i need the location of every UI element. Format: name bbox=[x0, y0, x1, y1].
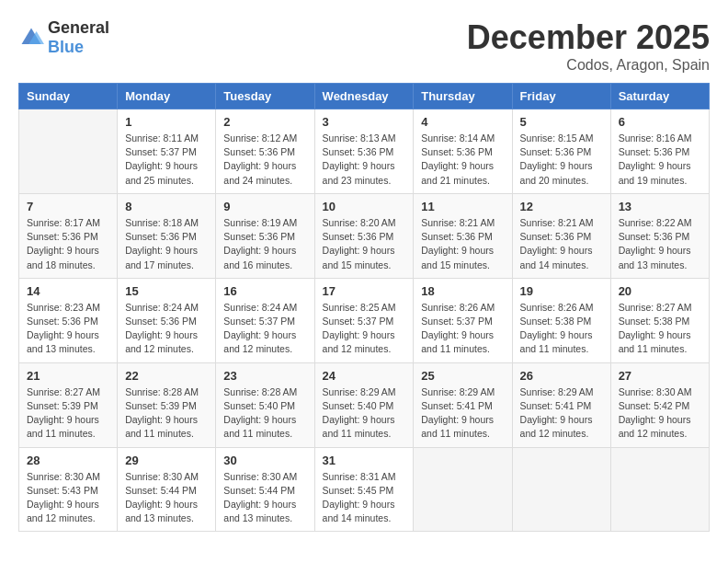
day-info: Sunrise: 8:16 AMSunset: 5:36 PMDaylight:… bbox=[619, 132, 701, 188]
day-number: 4 bbox=[421, 115, 504, 129]
day-info: Sunrise: 8:12 AMSunset: 5:36 PMDaylight:… bbox=[223, 132, 306, 188]
day-info: Sunrise: 8:13 AMSunset: 5:36 PMDaylight:… bbox=[323, 132, 406, 188]
day-info: Sunrise: 8:23 AMSunset: 5:36 PMDaylight:… bbox=[27, 301, 109, 357]
day-info: Sunrise: 8:30 AMSunset: 5:42 PMDaylight:… bbox=[619, 385, 701, 442]
day-info: Sunrise: 8:25 AMSunset: 5:37 PMDaylight:… bbox=[323, 301, 406, 357]
calendar-cell: 16Sunrise: 8:24 AMSunset: 5:37 PMDayligh… bbox=[216, 278, 314, 362]
day-number: 22 bbox=[125, 369, 208, 383]
day-info: Sunrise: 8:21 AMSunset: 5:36 PMDaylight:… bbox=[421, 216, 504, 272]
calendar-cell: 22Sunrise: 8:28 AMSunset: 5:39 PMDayligh… bbox=[118, 362, 216, 447]
day-info: Sunrise: 8:14 AMSunset: 5:36 PMDaylight:… bbox=[421, 132, 504, 188]
day-info: Sunrise: 8:30 AMSunset: 5:44 PMDaylight:… bbox=[223, 470, 306, 526]
calendar-cell: 1Sunrise: 8:11 AMSunset: 5:37 PMDaylight… bbox=[118, 109, 216, 194]
calendar-cell: 28Sunrise: 8:30 AMSunset: 5:43 PMDayligh… bbox=[19, 447, 118, 532]
day-info: Sunrise: 8:29 AMSunset: 5:41 PMDaylight:… bbox=[520, 385, 603, 442]
week-row-4: 21Sunrise: 8:27 AMSunset: 5:39 PMDayligh… bbox=[19, 362, 710, 447]
day-number: 23 bbox=[223, 369, 306, 383]
weekday-header-row: SundayMondayTuesdayWednesdayThursdayFrid… bbox=[19, 84, 710, 109]
day-number: 3 bbox=[323, 115, 406, 129]
day-number: 8 bbox=[125, 200, 208, 213]
day-number: 7 bbox=[27, 200, 109, 213]
calendar-cell: 13Sunrise: 8:22 AMSunset: 5:36 PMDayligh… bbox=[610, 193, 709, 278]
calendar-cell: 17Sunrise: 8:25 AMSunset: 5:37 PMDayligh… bbox=[314, 278, 414, 362]
day-info: Sunrise: 8:17 AMSunset: 5:36 PMDaylight:… bbox=[27, 216, 109, 272]
logo-general-text: General bbox=[48, 18, 109, 37]
weekday-header-sunday: Sunday bbox=[19, 84, 118, 109]
day-number: 28 bbox=[27, 454, 109, 467]
day-number: 14 bbox=[27, 284, 109, 298]
title-area: December 2025 Codos, Aragon, Spain bbox=[467, 18, 710, 74]
day-number: 21 bbox=[27, 369, 109, 383]
calendar-cell: 7Sunrise: 8:17 AMSunset: 5:36 PMDaylight… bbox=[19, 193, 118, 278]
day-info: Sunrise: 8:18 AMSunset: 5:36 PMDaylight:… bbox=[125, 216, 208, 272]
calendar-cell: 15Sunrise: 8:24 AMSunset: 5:36 PMDayligh… bbox=[118, 278, 216, 362]
logo: General Blue bbox=[18, 18, 109, 57]
calendar-cell: 23Sunrise: 8:28 AMSunset: 5:40 PMDayligh… bbox=[216, 362, 314, 447]
day-info: Sunrise: 8:29 AMSunset: 5:40 PMDaylight:… bbox=[323, 385, 406, 442]
day-number: 1 bbox=[125, 115, 208, 129]
day-number: 13 bbox=[619, 200, 701, 213]
day-info: Sunrise: 8:15 AMSunset: 5:36 PMDaylight:… bbox=[520, 132, 603, 188]
day-info: Sunrise: 8:30 AMSunset: 5:44 PMDaylight:… bbox=[125, 470, 208, 526]
calendar-cell: 4Sunrise: 8:14 AMSunset: 5:36 PMDaylight… bbox=[414, 109, 512, 194]
day-number: 12 bbox=[520, 200, 603, 213]
calendar-cell: 30Sunrise: 8:30 AMSunset: 5:44 PMDayligh… bbox=[216, 447, 314, 532]
day-info: Sunrise: 8:30 AMSunset: 5:43 PMDaylight:… bbox=[27, 470, 109, 526]
calendar-cell: 2Sunrise: 8:12 AMSunset: 5:36 PMDaylight… bbox=[216, 109, 314, 194]
weekday-header-thursday: Thursday bbox=[414, 84, 512, 109]
calendar-cell: 27Sunrise: 8:30 AMSunset: 5:42 PMDayligh… bbox=[610, 362, 709, 447]
calendar-cell: 31Sunrise: 8:31 AMSunset: 5:45 PMDayligh… bbox=[314, 447, 414, 532]
calendar-cell: 10Sunrise: 8:20 AMSunset: 5:36 PMDayligh… bbox=[314, 193, 414, 278]
weekday-header-wednesday: Wednesday bbox=[314, 84, 414, 109]
day-number: 26 bbox=[520, 369, 603, 383]
calendar-cell bbox=[19, 109, 118, 194]
day-info: Sunrise: 8:21 AMSunset: 5:36 PMDaylight:… bbox=[520, 216, 603, 272]
calendar-cell bbox=[610, 447, 709, 532]
day-number: 19 bbox=[520, 284, 603, 298]
day-number: 20 bbox=[619, 284, 701, 298]
calendar-cell: 20Sunrise: 8:27 AMSunset: 5:38 PMDayligh… bbox=[610, 278, 709, 362]
calendar-cell bbox=[512, 447, 610, 532]
weekday-header-monday: Monday bbox=[118, 84, 216, 109]
calendar-cell: 5Sunrise: 8:15 AMSunset: 5:36 PMDaylight… bbox=[512, 109, 610, 194]
day-info: Sunrise: 8:27 AMSunset: 5:39 PMDaylight:… bbox=[27, 385, 109, 442]
day-number: 17 bbox=[323, 284, 406, 298]
day-info: Sunrise: 8:26 AMSunset: 5:37 PMDaylight:… bbox=[421, 301, 504, 357]
day-info: Sunrise: 8:31 AMSunset: 5:45 PMDaylight:… bbox=[323, 470, 406, 526]
calendar-cell: 11Sunrise: 8:21 AMSunset: 5:36 PMDayligh… bbox=[414, 193, 512, 278]
month-title: December 2025 bbox=[467, 18, 710, 57]
logo-blue-text: Blue bbox=[48, 38, 84, 56]
day-info: Sunrise: 8:11 AMSunset: 5:37 PMDaylight:… bbox=[125, 132, 208, 188]
calendar-table: SundayMondayTuesdayWednesdayThursdayFrid… bbox=[18, 83, 710, 532]
day-number: 25 bbox=[421, 369, 504, 383]
week-row-3: 14Sunrise: 8:23 AMSunset: 5:36 PMDayligh… bbox=[19, 278, 710, 362]
day-number: 6 bbox=[619, 115, 701, 129]
calendar-cell: 9Sunrise: 8:19 AMSunset: 5:36 PMDaylight… bbox=[216, 193, 314, 278]
day-info: Sunrise: 8:24 AMSunset: 5:36 PMDaylight:… bbox=[125, 301, 208, 357]
calendar-cell: 29Sunrise: 8:30 AMSunset: 5:44 PMDayligh… bbox=[118, 447, 216, 532]
page-header: General Blue December 2025 Codos, Aragon… bbox=[18, 18, 710, 74]
day-number: 2 bbox=[223, 115, 306, 129]
calendar-cell: 18Sunrise: 8:26 AMSunset: 5:37 PMDayligh… bbox=[414, 278, 512, 362]
weekday-header-tuesday: Tuesday bbox=[216, 84, 314, 109]
calendar-cell: 25Sunrise: 8:29 AMSunset: 5:41 PMDayligh… bbox=[414, 362, 512, 447]
day-info: Sunrise: 8:29 AMSunset: 5:41 PMDaylight:… bbox=[421, 385, 504, 442]
calendar-cell: 6Sunrise: 8:16 AMSunset: 5:36 PMDaylight… bbox=[610, 109, 709, 194]
day-info: Sunrise: 8:28 AMSunset: 5:40 PMDaylight:… bbox=[223, 385, 306, 442]
day-number: 11 bbox=[421, 200, 504, 213]
week-row-1: 1Sunrise: 8:11 AMSunset: 5:37 PMDaylight… bbox=[19, 109, 710, 194]
day-info: Sunrise: 8:19 AMSunset: 5:36 PMDaylight:… bbox=[223, 216, 306, 272]
week-row-2: 7Sunrise: 8:17 AMSunset: 5:36 PMDaylight… bbox=[19, 193, 710, 278]
week-row-5: 28Sunrise: 8:30 AMSunset: 5:43 PMDayligh… bbox=[19, 447, 710, 532]
calendar-cell: 12Sunrise: 8:21 AMSunset: 5:36 PMDayligh… bbox=[512, 193, 610, 278]
day-info: Sunrise: 8:22 AMSunset: 5:36 PMDaylight:… bbox=[619, 216, 701, 272]
location-title: Codos, Aragon, Spain bbox=[467, 57, 710, 74]
day-number: 16 bbox=[223, 284, 306, 298]
day-number: 31 bbox=[323, 454, 406, 467]
calendar-cell: 19Sunrise: 8:26 AMSunset: 5:38 PMDayligh… bbox=[512, 278, 610, 362]
weekday-header-saturday: Saturday bbox=[610, 84, 709, 109]
weekday-header-friday: Friday bbox=[512, 84, 610, 109]
calendar-cell: 8Sunrise: 8:18 AMSunset: 5:36 PMDaylight… bbox=[118, 193, 216, 278]
day-number: 5 bbox=[520, 115, 603, 129]
day-number: 9 bbox=[223, 200, 306, 213]
